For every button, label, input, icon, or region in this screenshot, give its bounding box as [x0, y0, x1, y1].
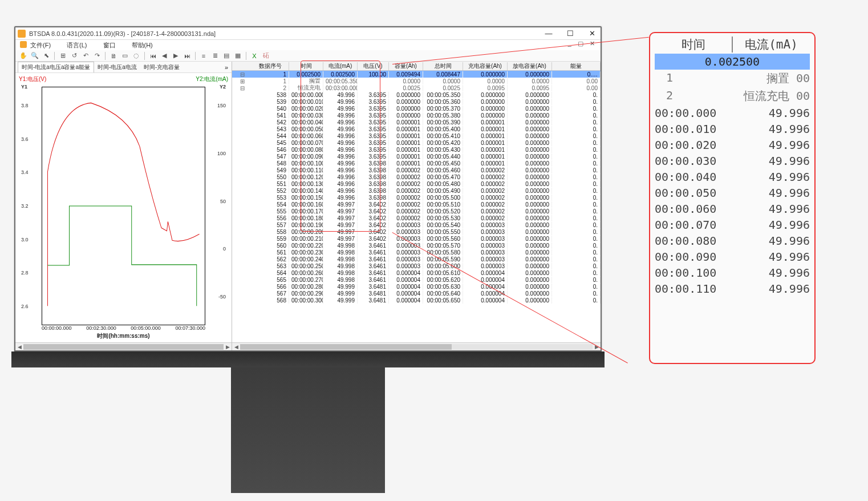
monitor-stand [231, 367, 385, 493]
table-row[interactable]: 53800:00:00.00049.9963.63950.00000000:00… [232, 91, 601, 98]
table-row[interactable]: 54400:00:00.06049.9963.63950.00000100:00… [232, 132, 601, 139]
table-row[interactable]: 54000:00:00.02049.9963.63950.00000000:00… [232, 105, 601, 112]
table-row[interactable]: 55100:00:00.13049.9963.63980.00000200:00… [232, 180, 601, 187]
table-row[interactable]: 54700:00:00.09049.9963.63950.00000100:00… [232, 153, 601, 160]
list1-icon[interactable]: ≡ [199, 51, 208, 60]
export-icon[interactable]: 🗎 [109, 51, 118, 60]
chart-tabs: 时间-电流a电压a容量a能量 时间-电压a电流 时间-充电容量 » [15, 62, 232, 73]
minimize-button[interactable]: — [542, 29, 555, 38]
col-energy[interactable]: 能量 [552, 62, 601, 70]
hand-icon[interactable]: ✋ [19, 51, 28, 60]
maximize-button[interactable]: ☐ [564, 29, 577, 38]
report-icon[interactable]: 砳 [261, 51, 270, 60]
lasso-icon[interactable]: ◌ [132, 51, 141, 60]
zoom-panel: 时间 电流(mA) 0.002500 1搁置 002恒流充电 00 00:00.… [649, 32, 816, 364]
zoom-sub-row: 2恒流充电 00 [655, 87, 810, 105]
table-row[interactable]: 55400:00:00.16049.9973.64020.00000200:00… [232, 201, 601, 208]
zoom-data-row: 00:00.05049.996 [655, 185, 810, 201]
zoom-data-row: 00:00.11049.996 [655, 281, 810, 297]
table-row[interactable]: 55900:00:00.21049.9973.64020.00000300:00… [232, 235, 601, 242]
menu-file[interactable]: 文件(F) [30, 41, 51, 50]
tab-more[interactable]: » [221, 64, 232, 71]
table-row[interactable]: 55800:00:00.20049.9973.64020.00000300:00… [232, 228, 601, 235]
table-row[interactable]: 56500:00:00.27049.9983.64610.00000400:00… [232, 276, 601, 283]
table-row[interactable]: 56100:00:00.23049.9983.64610.00000300:00… [232, 249, 601, 256]
next-icon[interactable]: ▶ [171, 51, 180, 60]
tab-voltage-current[interactable]: 时间-电压a电流 [94, 62, 140, 72]
table-row[interactable]: 54800:00:00.10049.9963.63980.00000100:00… [232, 160, 601, 167]
y1-tick: 3.8 [21, 103, 29, 108]
table-row[interactable]: 54100:00:00.03049.9963.63950.00000000:00… [232, 112, 601, 119]
col-dcap[interactable]: 放电容量(Ah) [508, 62, 552, 70]
table-row[interactable]: 56200:00:00.24049.9983.64610.00000300:00… [232, 256, 601, 262]
table-row[interactable]: 55000:00:00.12049.9963.63980.00000200:00… [232, 173, 601, 180]
table-row[interactable]: 54500:00:00.07049.9963.63950.00000100:00… [232, 139, 601, 146]
chart-plot[interactable]: Y1 Y2 3.83.63.43.23.02.82.6 150100500-50 [19, 87, 228, 325]
table-scrollbar[interactable]: ◀▶ [232, 342, 601, 350]
x-tick: 00:02:30.000 [86, 325, 116, 331]
table-row[interactable]: 55500:00:00.17049.9973.64020.00000200:00… [232, 208, 601, 215]
y1-tick: 3.6 [21, 136, 29, 142]
first-icon[interactable]: ⏮ [148, 51, 157, 60]
table-row[interactable]: 53900:00:00.01049.9963.63950.00000000:00… [232, 98, 601, 105]
excel-icon[interactable]: X [250, 51, 259, 60]
col-ttime[interactable]: 总时间 [423, 62, 463, 70]
menu-help[interactable]: 帮助(H) [132, 41, 153, 50]
chart-scrollbar[interactable]: ◀▶ [15, 342, 232, 350]
y2-tick: 0 [223, 246, 226, 252]
titlebar[interactable]: BTSDA 8.0.0.431(2020.11.09)(R3) - [24018… [15, 27, 601, 40]
y1-tick: 3.0 [21, 237, 29, 243]
table-row[interactable]: 55600:00:00.18049.9973.64020.00000200:00… [232, 215, 601, 221]
table-row[interactable]: 56400:00:00.26049.9983.64610.00000400:00… [232, 269, 601, 276]
menu-window[interactable]: 窗口 [103, 41, 116, 50]
table-row[interactable]: ⊞1搁置00:00:05.3500.00000.00000.00000.0000… [232, 78, 601, 84]
tab-current-voltage-capacity[interactable]: 时间-电流a电压a容量a能量 [18, 62, 94, 72]
zoom-summary: 0.002500 [655, 54, 810, 70]
table-row[interactable]: 55700:00:00.19049.9973.64020.00000300:00… [232, 221, 601, 228]
col-time[interactable]: 时间 [289, 62, 323, 70]
table-row[interactable]: 56700:00:00.29049.9993.64810.00000400:00… [232, 290, 601, 297]
table-row[interactable]: ⊟2恒流充电00:03:00.0000.00250.00250.00950.00… [232, 84, 601, 91]
zoom-in-icon[interactable]: 🔍 [30, 51, 39, 60]
table-row[interactable]: 54300:00:00.05049.9963.63950.00000100:00… [232, 126, 601, 132]
y1-tick: 3.2 [21, 203, 29, 209]
table-row[interactable]: 55300:00:00.15049.9963.63980.00000200:00… [232, 194, 601, 201]
data-table-pane: 数据序号 时间 电流(mA) 电压(V) 容量(Ah) 总时间 充电容量(Ah)… [232, 62, 601, 350]
pointer-icon[interactable]: ⬉ [42, 51, 51, 60]
zoom-data-row: 00:00.04049.996 [655, 169, 810, 185]
undo-icon[interactable]: ↶ [81, 51, 90, 60]
list3-icon[interactable]: ▤ [222, 51, 231, 60]
axis-icon[interactable]: ⊞ [58, 51, 67, 60]
table-row[interactable]: 56300:00:00.25049.9983.64610.00000300:00… [232, 262, 601, 269]
select-icon[interactable]: ▭ [120, 51, 129, 60]
list2-icon[interactable]: ≣ [210, 51, 220, 60]
table-body[interactable]: ⊟10.0025000.002500100.000.0094940.008447… [232, 71, 601, 342]
zoom-col-current: 电流(mA) [732, 37, 810, 52]
menu-lang[interactable]: 语言(L) [67, 41, 87, 50]
table-row[interactable]: 56800:00:00.30049.9993.64810.00000400:00… [232, 297, 601, 304]
prev-icon[interactable]: ◀ [160, 51, 169, 60]
col-seq[interactable]: 数据序号 [252, 62, 289, 70]
zoom-data-row: 00:00.09049.996 [655, 249, 810, 265]
y2-tick: 100 [217, 151, 226, 156]
reset-icon[interactable]: ↺ [70, 51, 79, 60]
table-row[interactable]: ⊟10.0025000.002500100.000.0094940.008447… [232, 71, 601, 78]
redo-icon[interactable]: ↷ [92, 51, 102, 60]
table-row[interactable]: 56600:00:00.28049.9993.64810.00000400:00… [232, 283, 601, 290]
table-row[interactable]: 54600:00:00.08049.9963.63950.00000100:00… [232, 146, 601, 153]
table-row[interactable]: 54200:00:00.04049.9963.63950.00000100:00… [232, 119, 601, 126]
close-button[interactable]: ✕ [586, 29, 598, 38]
table-header: 数据序号 时间 电流(mA) 电压(V) 容量(Ah) 总时间 充电容量(Ah)… [232, 62, 601, 71]
last-icon[interactable]: ⏭ [182, 51, 192, 60]
tab-charge-capacity[interactable]: 时间-充电容量 [140, 62, 183, 72]
table-row[interactable]: 55200:00:00.14049.9963.63980.00000200:00… [232, 187, 601, 194]
list4-icon[interactable]: ▦ [233, 51, 242, 60]
col-voltage[interactable]: 电压(V) [358, 62, 389, 70]
window-title: BTSDA 8.0.0.431(2020.11.09)(R3) - [24018… [29, 30, 542, 37]
zoom-data-row: 00:00.00049.996 [655, 105, 810, 121]
toolbar: ✋ 🔍 ⬉ ⊞ ↺ ↶ ↷ 🗎 ▭ ◌ ⏮ ◀ ▶ ⏭ ≡ ≣ ▤ ▦ X 砳 [15, 50, 601, 62]
col-current[interactable]: 电流(mA) [323, 62, 358, 70]
table-row[interactable]: 54900:00:00.11049.9963.63980.00000200:00… [232, 167, 601, 173]
plot-area[interactable] [42, 87, 205, 325]
col-ccap[interactable]: 充电容量(Ah) [463, 62, 508, 70]
